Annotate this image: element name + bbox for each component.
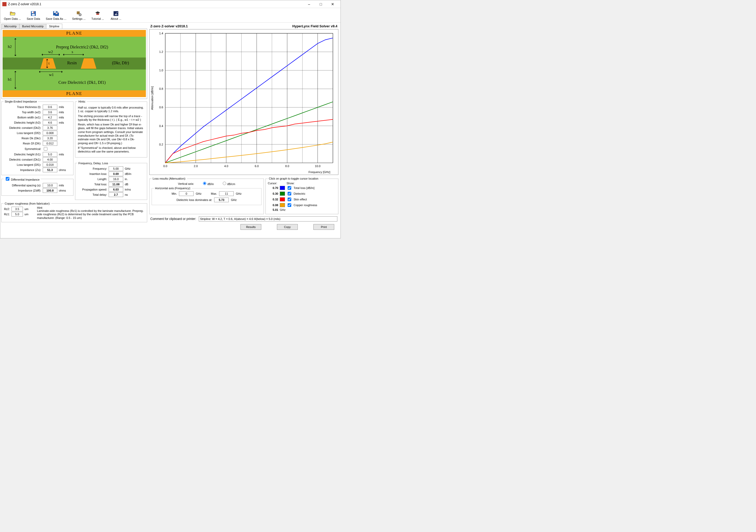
svg-text:1.0: 1.0 (159, 69, 163, 72)
open-data-button[interactable]: Open Data ... (2, 10, 23, 21)
legend-group: Click on graph to toggle cursor location… (265, 177, 338, 214)
comment-label: Comment for clipboard or printer: (150, 217, 196, 221)
toolbar: Open Data ... Save Data Save Data As ...… (0, 8, 340, 23)
show-dielectric-checkbox[interactable] (287, 192, 291, 195)
tab-microstrip[interactable]: Microstrip (1, 24, 19, 29)
app-icon (2, 2, 7, 6)
folder-open-icon (9, 11, 16, 17)
frequency-input[interactable] (109, 166, 123, 171)
main-window: Z-zero Z-solver v2018.1 – □ ✕ Open Data … (0, 0, 341, 239)
svg-text:1.2: 1.2 (159, 50, 163, 53)
svg-text:4.0: 4.0 (224, 165, 228, 167)
differential-group: Differential Impedance Differential spac… (1, 176, 73, 196)
svg-rect-8 (57, 13, 58, 14)
cross-section-diagram: PLANE Prepreg Dielectric2 (Dk2, Df2) h2 … (1, 29, 147, 99)
svg-text:6.0: 6.0 (255, 165, 259, 167)
top-width-input[interactable] (43, 110, 57, 114)
dfr-input[interactable] (43, 141, 57, 146)
show-skin-checkbox[interactable] (287, 197, 291, 201)
chart-header: Z-zero Z-solver v2018.1 HyperLynx Field … (148, 24, 339, 29)
tab-buried-microstrip[interactable]: Buried Microstrip (19, 24, 47, 29)
show-roughness-checkbox[interactable] (287, 203, 291, 207)
save-as-icon (52, 11, 60, 17)
bottom-plane: PLANE (3, 90, 146, 97)
hints-group: Hints: Half oz. copper is typically 0.6 … (75, 100, 147, 158)
df1-input[interactable] (43, 163, 57, 167)
tutorial-button[interactable]: Tutorial ... (89, 10, 106, 21)
save-data-button[interactable]: Save Data (24, 10, 42, 21)
h2-input[interactable] (43, 120, 57, 125)
df2-input[interactable] (43, 131, 57, 135)
differential-checkbox[interactable] (6, 177, 9, 181)
swatch-total (280, 186, 285, 190)
geometry-tabs: Microstrip Buried Microstrip Stripline (1, 24, 147, 29)
length-input[interactable] (109, 177, 123, 181)
svg-text:0.0: 0.0 (163, 165, 167, 167)
trace-thickness-input[interactable] (43, 105, 57, 109)
dominates-output (214, 197, 229, 202)
svg-rect-3 (33, 12, 34, 13)
total-delay-output (109, 192, 123, 197)
freq-max-input[interactable] (219, 191, 234, 196)
svg-point-11 (79, 14, 80, 15)
diff-spacing-input[interactable] (43, 183, 57, 188)
dk2-input[interactable] (43, 125, 57, 130)
svg-text:10.0: 10.0 (315, 165, 321, 167)
close-button[interactable]: ✕ (327, 1, 338, 8)
svg-text:2.0: 2.0 (194, 165, 198, 167)
svg-text:0.8: 0.8 (159, 87, 163, 90)
prepreg-layer: Prepreg Dielectric2 (Dk2, Df2) h2 w2 s (3, 37, 146, 58)
save-icon (30, 11, 37, 17)
about-button[interactable]: About ... (108, 10, 124, 21)
symmetrical-checkbox[interactable] (44, 147, 47, 151)
window-title: Z-zero Z-solver v2018.1 (8, 2, 303, 6)
svg-text:Frequency [GHz]: Frequency [GHz] (309, 170, 330, 174)
prop-speed-output (109, 187, 123, 192)
graduation-cap-icon (94, 11, 101, 17)
dbin-radio[interactable] (203, 182, 206, 185)
swatch-roughness (280, 203, 285, 207)
dk1-input[interactable] (43, 157, 57, 162)
results-button[interactable]: Results (240, 224, 261, 230)
svg-rect-2 (32, 13, 35, 15)
swatch-dielectric (280, 191, 285, 196)
show-total-checkbox[interactable] (287, 186, 291, 190)
frequency-group: Frequency, Delay, Loss Frequency:GHz Ins… (75, 162, 147, 200)
svg-text:0.6: 0.6 (159, 106, 163, 109)
bottom-width-input[interactable] (43, 115, 57, 120)
print-button[interactable]: Print (313, 224, 334, 230)
save-data-as-button[interactable]: Save Data As ... (44, 10, 68, 21)
svg-text:0.2: 0.2 (159, 143, 163, 146)
resin-layer: t Resin (Dkr, Dfr) (3, 58, 146, 69)
roughness-group: Copper roughness (from fabricator): Rz2:… (1, 202, 147, 222)
svg-rect-13 (165, 33, 333, 163)
swatch-skin (280, 197, 285, 201)
zdiff-output (43, 188, 57, 193)
svg-text:0.4: 0.4 (159, 124, 163, 128)
gear-icon (75, 11, 83, 17)
copy-button[interactable]: Copy (277, 224, 298, 230)
settings-button[interactable]: Settings ... (70, 10, 88, 21)
maximize-button[interactable]: □ (315, 1, 327, 8)
total-loss-output (109, 182, 123, 187)
loss-results-group: Loss results (Attenuation): Vertical axi… (149, 177, 264, 214)
svg-text:8.0: 8.0 (285, 165, 289, 167)
core-layer: w1 Core Dielectric1 (Dk1, Df1) h1 (3, 69, 146, 90)
attenuation-chart[interactable]: 0.02.04.06.08.010.00.20.40.60.81.01.21.4… (149, 29, 338, 175)
h1-input[interactable] (43, 152, 57, 157)
dkr-input[interactable] (43, 136, 57, 140)
top-plane: PLANE (3, 30, 146, 37)
insertion-loss-output (109, 171, 123, 176)
svg-text:Attenuation [dB/in]: Attenuation [dB/in] (150, 87, 154, 110)
zo-output (43, 167, 57, 172)
minimize-button[interactable]: – (303, 1, 315, 8)
rz2-input[interactable] (12, 207, 23, 211)
rz1-input[interactable] (12, 212, 23, 216)
comment-input[interactable] (199, 216, 338, 221)
freq-min-input[interactable] (179, 191, 194, 196)
tab-stripline[interactable]: Stripline (46, 24, 62, 29)
chart-svg[interactable]: 0.02.04.06.08.010.00.20.40.60.81.01.21.4… (149, 29, 338, 175)
dbcm-radio[interactable] (223, 182, 226, 185)
single-ended-group: Single-Ended Impedance Trace thickness (… (1, 100, 73, 175)
titlebar: Z-zero Z-solver v2018.1 – □ ✕ (0, 0, 340, 8)
